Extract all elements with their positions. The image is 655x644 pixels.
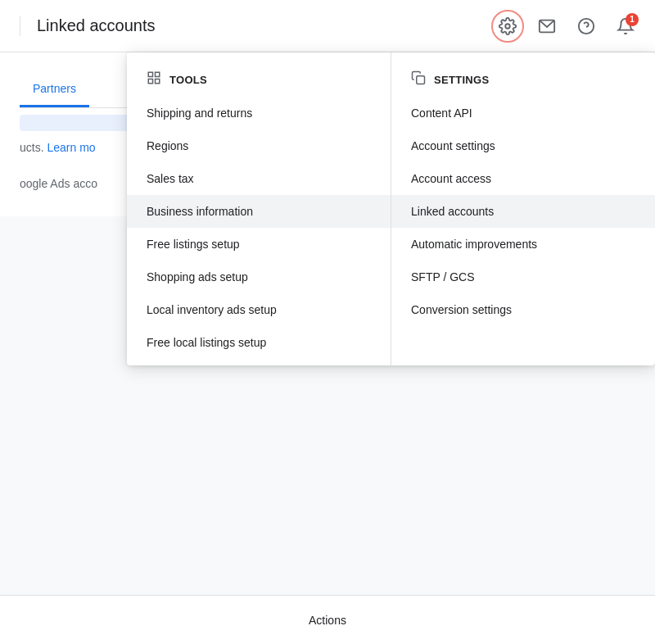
svg-rect-4: [148, 72, 152, 76]
gear-button[interactable]: [491, 10, 524, 43]
tools-column: TOOLS Shipping and returns Regions Sales…: [127, 52, 391, 365]
settings-item-account-settings[interactable]: Account settings: [391, 129, 655, 162]
page-title: Linked accounts: [37, 16, 156, 35]
header-icons: 1: [491, 10, 642, 43]
tools-section-label: TOOLS: [169, 74, 207, 86]
help-icon: [577, 17, 595, 35]
notifications-button[interactable]: 1: [609, 10, 642, 43]
header-divider: [20, 16, 20, 36]
tools-item-free-listings[interactable]: Free listings setup: [127, 228, 391, 261]
tools-item-shopping-ads[interactable]: Shopping ads setup: [127, 261, 391, 293]
mail-button[interactable]: [531, 10, 563, 43]
mail-icon: [538, 17, 556, 35]
svg-rect-5: [156, 72, 160, 76]
learn-more-link[interactable]: Learn mo: [47, 141, 95, 154]
settings-header: SETTINGS: [391, 59, 655, 97]
tools-grid-icon: [147, 70, 161, 88]
settings-item-account-access[interactable]: Account access: [391, 162, 655, 195]
header: Linked accounts: [0, 0, 655, 52]
tools-item-regions[interactable]: Regions: [127, 129, 391, 162]
tools-item-local-inventory[interactable]: Local inventory ads setup: [127, 293, 391, 326]
tools-item-sales-tax[interactable]: Sales tax: [127, 162, 391, 195]
tools-item-business-info[interactable]: Business information: [127, 195, 391, 228]
tools-header: TOOLS: [127, 59, 391, 97]
settings-section-label: SETTINGS: [434, 74, 489, 86]
dropdown-menu: TOOLS Shipping and returns Regions Sales…: [127, 52, 655, 365]
svg-point-0: [505, 24, 510, 29]
settings-column: SETTINGS Content API Account settings Ac…: [391, 52, 655, 365]
actions-label: Actions: [309, 614, 346, 627]
settings-item-auto-improvements[interactable]: Automatic improvements: [391, 228, 655, 261]
gear-icon: [499, 17, 517, 35]
settings-copy-icon: [411, 70, 426, 88]
tools-item-free-local[interactable]: Free local listings setup: [127, 326, 391, 359]
settings-item-sftp-gcs[interactable]: SFTP / GCS: [391, 261, 655, 293]
svg-rect-6: [156, 79, 160, 84]
header-left: Linked accounts: [13, 16, 156, 36]
svg-rect-8: [417, 76, 425, 84]
notification-count: 1: [626, 13, 639, 26]
tab-partners[interactable]: Partners: [20, 72, 89, 107]
help-button[interactable]: [570, 10, 603, 43]
tools-item-shipping[interactable]: Shipping and returns: [127, 97, 391, 129]
settings-item-conversion-settings[interactable]: Conversion settings: [391, 293, 655, 326]
svg-rect-7: [148, 79, 152, 84]
info-prefix: ucts.: [20, 141, 44, 154]
bottom-actions-bar: Actions: [0, 595, 655, 644]
settings-item-content-api[interactable]: Content API: [391, 97, 655, 129]
settings-item-linked-accounts[interactable]: Linked accounts: [391, 195, 655, 228]
